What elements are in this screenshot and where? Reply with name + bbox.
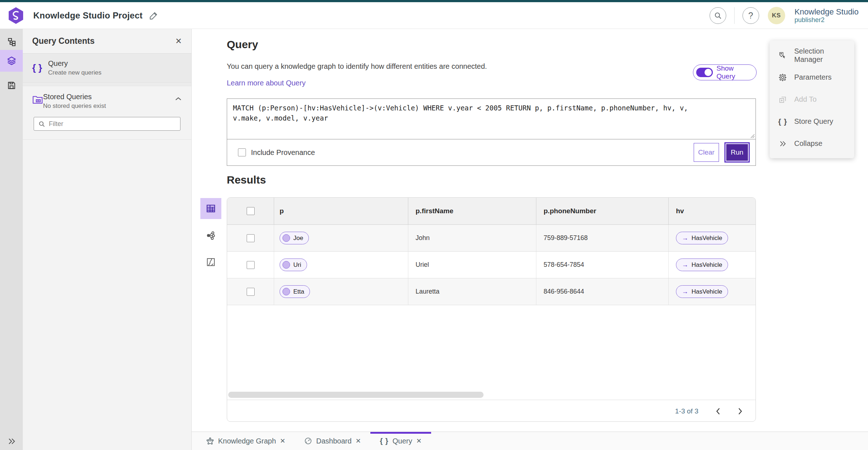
braces-icon: { } <box>778 117 788 126</box>
relation-pill[interactable]: → HasVehicle <box>676 232 728 244</box>
chevron-up-icon[interactable] <box>175 96 182 101</box>
braces-icon: { } <box>380 437 388 445</box>
entity-node-pill[interactable]: Joe <box>280 232 309 244</box>
selection-manager-icon <box>778 51 788 60</box>
header-actions: ? KS Knowledge Studio publisher2 <box>710 7 859 24</box>
resize-handle-icon[interactable] <box>750 133 755 138</box>
gear-icon <box>778 73 788 82</box>
relation-pill[interactable]: → HasVehicle <box>676 285 728 298</box>
tab-label: Query <box>392 437 412 445</box>
entity-node-icon <box>282 261 290 269</box>
search-button[interactable] <box>710 7 726 24</box>
column-header-p[interactable]: p <box>274 198 408 224</box>
close-icon[interactable]: ✕ <box>280 437 285 445</box>
collapse-item[interactable]: Collapse <box>770 133 854 155</box>
help-button[interactable]: ? <box>743 7 759 24</box>
rail-item-content-map[interactable] <box>0 33 23 51</box>
stored-queries-section[interactable]: Stored Queries No stored queries exist <box>23 86 191 113</box>
next-page-button[interactable] <box>737 407 743 415</box>
row-checkbox[interactable] <box>247 234 255 242</box>
column-header-hv[interactable]: hv <box>669 198 756 224</box>
tab-knowledge-graph[interactable]: Knowledge Graph ✕ <box>197 432 295 450</box>
tab-dashboard[interactable]: Dashboard ✕ <box>295 432 370 450</box>
user-name: Knowledge Studio <box>795 7 859 16</box>
search-icon <box>714 12 722 20</box>
dashboard-icon <box>304 437 312 445</box>
chart-view-button[interactable] <box>200 252 221 273</box>
filter-field <box>34 117 180 131</box>
show-query-toggle[interactable] <box>696 68 713 77</box>
filter-section <box>23 113 191 140</box>
main-content: Query You can query a knowledge graph to… <box>192 29 868 432</box>
table-view-button[interactable] <box>200 198 221 219</box>
parameters-item[interactable]: Parameters <box>770 66 854 88</box>
panel-item-query[interactable]: { } Query Create new queries <box>23 54 191 83</box>
avatar[interactable]: KS <box>768 7 785 24</box>
row-checkbox[interactable] <box>247 288 255 296</box>
tab-label: Knowledge Graph <box>218 437 276 445</box>
include-provenance-checkbox[interactable] <box>238 148 246 156</box>
row-checkbox[interactable] <box>247 261 255 269</box>
header-divider <box>734 7 735 24</box>
store-query-item[interactable]: { } Store Query <box>770 110 854 133</box>
arrow-right-icon: → <box>682 261 688 269</box>
save-icon <box>7 81 16 90</box>
app-header: Knowledge Studio Project ? KS Knowledge … <box>0 2 868 29</box>
table-row[interactable]: Uri Uriel 578-654-7854 → HasVehicle <box>227 252 756 278</box>
selection-manager-label: Selection Manager <box>794 47 846 64</box>
stored-queries-subtitle: No stored queries exist <box>43 102 106 110</box>
select-all-checkbox[interactable] <box>247 207 255 215</box>
entity-node-pill[interactable]: Etta <box>280 285 310 298</box>
include-provenance-label: Include Provenance <box>251 148 315 157</box>
avatar-initials: KS <box>772 12 781 19</box>
tab-query-active[interactable]: { } Query ✕ <box>370 432 431 450</box>
knowledge-graph-icon <box>206 437 214 445</box>
clear-button[interactable]: Clear <box>694 143 719 162</box>
add-to-icon <box>778 95 788 104</box>
expand-rail-button[interactable] <box>0 438 23 445</box>
horizontal-scrollbar[interactable] <box>228 392 484 398</box>
rail-item-queries-selected[interactable] <box>0 50 23 72</box>
graph-view-button[interactable] <box>200 225 221 246</box>
close-panel-button[interactable]: ✕ <box>175 37 182 46</box>
table-row[interactable]: Etta Lauretta 846-956-8644 → HasVehicle <box>227 278 756 305</box>
panel-header: Query Contents ✕ <box>23 29 191 54</box>
collapse-icon <box>778 140 788 147</box>
rail-item-save[interactable] <box>0 77 23 94</box>
query-page-title: Query <box>227 38 258 51</box>
run-button[interactable]: Run <box>726 143 749 161</box>
entity-node-icon <box>282 288 290 295</box>
pagination-range: 1-3 of 3 <box>675 407 698 415</box>
app-logo-icon <box>8 7 24 24</box>
parameters-label: Parameters <box>794 73 831 81</box>
edit-project-title-icon[interactable] <box>149 11 158 20</box>
query-description: You can query a knowledge graph to ident… <box>227 62 487 71</box>
query-form-row: Include Provenance Clear Run <box>227 139 756 165</box>
query-text-input[interactable]: MATCH (p:Person)-[hv:HasVehicle]->(v:Veh… <box>227 99 756 139</box>
query-tools-menu: Selection Manager Parameters Add To <box>770 41 854 158</box>
project-title: Knowledge Studio Project <box>33 10 142 21</box>
tab-label: Dashboard <box>316 437 352 445</box>
filter-input[interactable] <box>49 120 176 128</box>
show-query-toggle-button[interactable]: Show Query <box>693 64 757 80</box>
user-role: publisher2 <box>795 16 859 24</box>
selection-manager-item[interactable]: Selection Manager <box>770 44 854 66</box>
close-icon[interactable]: ✕ <box>356 437 361 445</box>
column-header-firstname[interactable]: p.firstName <box>408 198 536 224</box>
cell-phone-number: 578-654-7854 <box>544 261 584 269</box>
entity-node-pill[interactable]: Uri <box>280 258 307 271</box>
query-item-subtitle: Create new queries <box>48 69 101 76</box>
help-icon: ? <box>748 10 753 21</box>
relation-pill[interactable]: → HasVehicle <box>676 258 728 271</box>
column-header-phonenumber[interactable]: p.phoneNumber <box>536 198 669 224</box>
learn-more-link[interactable]: Learn more about Query <box>227 79 306 87</box>
toggle-knob <box>705 69 712 76</box>
table-row[interactable]: Joe John 759-889-57168 → HasVehicle <box>227 225 756 252</box>
store-query-label: Store Query <box>794 117 833 126</box>
folder-icon <box>32 94 43 104</box>
previous-page-button[interactable] <box>715 407 721 415</box>
close-icon[interactable]: ✕ <box>416 437 422 445</box>
arrow-right-icon: → <box>682 234 688 242</box>
entity-node-icon <box>282 234 290 242</box>
expand-icon <box>7 438 16 445</box>
